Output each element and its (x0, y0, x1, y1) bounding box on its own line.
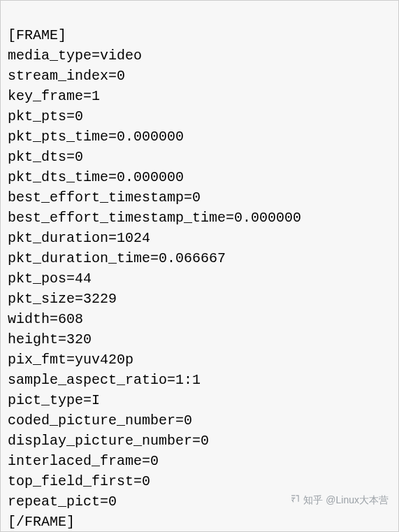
field-row: pkt_dts_time=0.000000 (8, 167, 391, 187)
field-row: key_frame=1 (8, 86, 391, 106)
field-value: 1024 (117, 230, 150, 246)
field-key: height (8, 331, 58, 347)
field-key: width (8, 311, 50, 327)
field-key: pkt_dts (8, 149, 66, 165)
field-row: stream_index=0 (8, 66, 391, 86)
field-value: 0.000000 (234, 210, 301, 226)
frame-output-block: [FRAME]media_type=videostream_index=0key… (1, 1, 398, 532)
field-key: pkt_size (8, 291, 75, 307)
field-key: top_field_first (8, 473, 133, 489)
field-key: display_picture_number (8, 433, 192, 449)
field-key: key_frame (8, 88, 83, 104)
field-row: pkt_size=3229 (8, 289, 391, 309)
field-value: 320 (66, 331, 92, 347)
field-value: 608 (58, 311, 83, 327)
field-row: interlaced_frame=0 (8, 451, 391, 471)
field-row: best_effort_timestamp=0 (8, 187, 391, 208)
field-value: I (92, 392, 100, 408)
field-value: 3229 (83, 291, 117, 307)
field-row: height=320 (8, 329, 391, 350)
field-row: pkt_pts_time=0.000000 (8, 127, 391, 147)
field-row: pix_fmt=yuv420p (8, 350, 391, 370)
field-row: pkt_dts=0 (8, 147, 391, 167)
field-row: pkt_duration=1024 (8, 228, 391, 248)
field-row: pkt_pos=44 (8, 268, 391, 289)
field-key: pkt_pts (8, 108, 66, 124)
field-row: width=608 (8, 309, 391, 329)
field-value: 0.000000 (117, 129, 184, 145)
field-value: 0.000000 (117, 169, 184, 185)
field-key: pkt_pos (8, 271, 66, 287)
field-key: pict_type (8, 392, 83, 408)
frame-footer: [/FRAME] (8, 512, 391, 532)
field-value: 44 (75, 271, 92, 287)
field-value: 0 (192, 189, 201, 206)
field-key: repeat_pict (8, 494, 100, 510)
field-value: 0 (117, 68, 125, 84)
field-value: 0 (142, 473, 150, 489)
field-value: 0.066667 (159, 250, 226, 266)
field-row: sample_aspect_ratio=1:1 (8, 370, 391, 390)
field-value: video (100, 48, 142, 64)
watermark-prefix: 知乎 (303, 490, 323, 510)
field-key: interlaced_frame (8, 453, 142, 469)
field-key: sample_aspect_ratio (8, 372, 167, 388)
field-value: 0 (201, 433, 209, 449)
field-key: pkt_duration_time (8, 250, 150, 266)
field-key: coded_picture_number (8, 412, 175, 429)
field-value: yuv420p (75, 352, 133, 368)
field-row: best_effort_timestamp_time=0.000000 (8, 208, 391, 228)
field-row: media_type=video (8, 45, 391, 66)
field-value: 0 (108, 494, 117, 510)
field-row: coded_picture_number=0 (8, 410, 391, 431)
field-value: 0 (184, 412, 192, 429)
field-key: pkt_duration (8, 230, 108, 246)
field-key: media_type (8, 48, 92, 64)
watermark-author: @Linux大本营 (326, 490, 389, 510)
field-row: display_picture_number=0 (8, 431, 391, 451)
field-key: pkt_dts_time (8, 169, 108, 185)
field-value: 1:1 (175, 372, 201, 388)
field-value: 0 (75, 108, 83, 124)
field-row: pkt_duration_time=0.066667 (8, 248, 391, 268)
field-row: top_field_first=0 (8, 471, 391, 491)
field-value: 1 (92, 88, 100, 104)
field-key: best_effort_timestamp (8, 189, 184, 206)
field-row: pict_type=I (8, 390, 391, 410)
field-key: pix_fmt (8, 352, 66, 368)
zhihu-logo-icon (291, 490, 300, 510)
field-value: 0 (75, 149, 83, 165)
field-value: 0 (150, 453, 159, 469)
frame-header: [FRAME] (8, 25, 391, 45)
field-key: stream_index (8, 68, 108, 84)
field-key: pkt_pts_time (8, 129, 108, 145)
field-row: pkt_pts=0 (8, 106, 391, 127)
field-key: best_effort_timestamp_time (8, 210, 226, 226)
zhihu-watermark: 知乎 @Linux大本营 (291, 490, 389, 510)
